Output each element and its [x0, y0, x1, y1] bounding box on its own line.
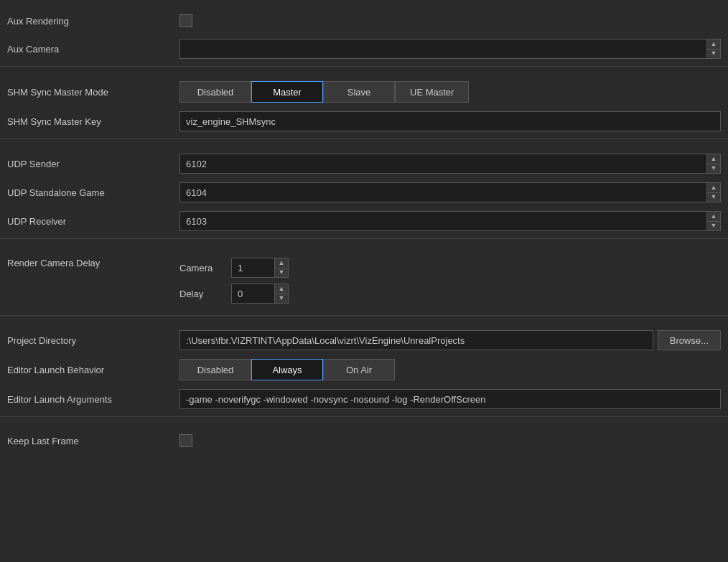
- rcd-delay-down-btn[interactable]: ▼: [275, 294, 288, 304]
- rcd-camera-label: Camera: [179, 263, 223, 273]
- aux-rendering-checkbox[interactable]: [179, 14, 192, 27]
- spacer-3: [0, 242, 728, 249]
- udp-sender-content: ▲ ▼: [179, 154, 721, 174]
- rcd-delay-buttons: ▲ ▼: [274, 284, 288, 303]
- project-dir-content: Browse...: [179, 330, 721, 350]
- shm-mode-content: Disabled Master Slave UE Master: [179, 81, 721, 103]
- rcd-delay-input[interactable]: [232, 284, 274, 303]
- rcd-sub-content: Camera ▲ ▼ Delay ▲: [179, 258, 289, 304]
- udp-sender-down-btn[interactable]: ▼: [707, 164, 720, 174]
- udp-sender-up-btn[interactable]: ▲: [707, 154, 720, 164]
- editor-launch-args-label: Editor Launch Arguments: [7, 394, 179, 405]
- udp-standalone-up-btn[interactable]: ▲: [707, 183, 720, 192]
- aux-camera-value: [180, 39, 706, 58]
- shm-key-label: SHM Sync Master Key: [7, 116, 179, 127]
- shm-mode-disabled-btn[interactable]: Disabled: [179, 81, 251, 103]
- separator-3: [0, 238, 728, 239]
- shm-mode-master-btn[interactable]: Master: [251, 81, 323, 103]
- aux-camera-down-btn[interactable]: ▼: [707, 49, 720, 59]
- udp-receiver-label: UDP Receiver: [7, 216, 179, 227]
- separator-4: [0, 315, 728, 316]
- aux-rendering-label: Aux Rendering: [7, 16, 179, 27]
- rcd-content: Camera ▲ ▼ Delay ▲: [179, 258, 721, 304]
- editor-launch-behavior-row: Editor Launch Behavior Disabled Always O…: [0, 355, 728, 385]
- shm-mode-ue-master-btn[interactable]: UE Master: [395, 81, 469, 103]
- aux-camera-wrapper: ▲ ▼: [179, 39, 721, 59]
- editor-launch-args-content: [179, 389, 721, 409]
- elb-always-btn[interactable]: Always: [251, 359, 323, 380]
- separator-5: [0, 416, 728, 417]
- shm-key-content: [179, 111, 721, 131]
- rcd-camera-input[interactable]: [232, 258, 274, 277]
- aux-camera-content: ▲ ▼: [179, 39, 721, 59]
- spacer-2: [0, 142, 728, 149]
- udp-standalone-row: UDP Standalone Game ▲ ▼: [0, 178, 728, 207]
- shm-mode-label: SHM Sync Master Mode: [7, 87, 179, 98]
- rcd-delay-up-btn[interactable]: ▲: [275, 284, 288, 294]
- shm-mode-slave-btn[interactable]: Slave: [323, 81, 395, 103]
- udp-sender-spinner: ▲ ▼: [179, 154, 721, 174]
- separator-2: [0, 139, 728, 139]
- shm-mode-btn-group: Disabled Master Slave UE Master: [179, 81, 469, 103]
- separator-1: [0, 66, 728, 67]
- spacer-1: [0, 70, 728, 77]
- rcd-camera-down-btn[interactable]: ▼: [275, 268, 288, 278]
- elb-on-air-btn[interactable]: On Air: [323, 359, 395, 380]
- udp-receiver-input[interactable]: [180, 212, 706, 230]
- elb-disabled-btn[interactable]: Disabled: [179, 359, 251, 380]
- shm-mode-row: SHM Sync Master Mode Disabled Master Sla…: [0, 77, 728, 107]
- keep-last-frame-label: Keep Last Frame: [7, 436, 179, 446]
- udp-standalone-label: UDP Standalone Game: [7, 187, 179, 198]
- settings-panel: Aux Rendering Aux Camera ▲ ▼ SHM Sync Ma…: [0, 0, 728, 462]
- project-dir-label: Project Directory: [7, 335, 179, 346]
- shm-key-input[interactable]: [179, 111, 721, 131]
- aux-camera-label: Aux Camera: [7, 44, 179, 55]
- udp-receiver-up-btn[interactable]: ▲: [707, 212, 720, 221]
- udp-standalone-buttons: ▲ ▼: [706, 183, 720, 202]
- udp-sender-label: UDP Sender: [7, 159, 179, 169]
- udp-receiver-down-btn[interactable]: ▼: [707, 221, 720, 231]
- udp-sender-row: UDP Sender ▲ ▼: [0, 149, 728, 178]
- editor-launch-behavior-label: Editor Launch Behavior: [7, 365, 179, 375]
- udp-standalone-input[interactable]: [180, 183, 706, 202]
- rcd-delay-row: Delay ▲ ▼: [179, 284, 289, 304]
- udp-receiver-buttons: ▲ ▼: [706, 212, 720, 230]
- aux-rendering-row: Aux Rendering: [0, 7, 728, 34]
- rcd-delay-label: Delay: [179, 289, 223, 299]
- editor-launch-args-input[interactable]: [179, 389, 721, 409]
- aux-camera-spinner[interactable]: ▲ ▼: [706, 39, 720, 58]
- browse-button[interactable]: Browse...: [658, 330, 721, 350]
- aux-camera-row: Aux Camera ▲ ▼: [0, 34, 728, 63]
- keep-last-frame-row: Keep Last Frame: [0, 427, 728, 454]
- udp-standalone-down-btn[interactable]: ▼: [707, 192, 720, 202]
- rcd-camera-row: Camera ▲ ▼: [179, 258, 289, 278]
- spacer-5: [0, 420, 728, 427]
- rcd-label: Render Camera Delay: [7, 258, 179, 268]
- udp-receiver-row: UDP Receiver ▲ ▼: [0, 207, 728, 235]
- rcd-camera-buttons: ▲ ▼: [274, 258, 288, 277]
- udp-standalone-content: ▲ ▼: [179, 182, 721, 202]
- aux-rendering-content: [179, 14, 721, 27]
- rcd-camera-spinner: ▲ ▼: [231, 258, 289, 278]
- keep-last-frame-content: [179, 434, 721, 447]
- shm-key-row: SHM Sync Master Key: [0, 107, 728, 136]
- udp-sender-buttons: ▲ ▼: [706, 154, 720, 173]
- project-dir-input[interactable]: [179, 330, 653, 350]
- keep-last-frame-checkbox[interactable]: [179, 434, 192, 447]
- editor-launch-behavior-btn-group: Disabled Always On Air: [179, 359, 395, 380]
- udp-receiver-spinner: ▲ ▼: [179, 211, 721, 231]
- spacer-4: [0, 319, 728, 326]
- rcd-delay-spinner: ▲ ▼: [231, 284, 289, 304]
- project-dir-row: Project Directory Browse...: [0, 326, 728, 355]
- rcd-row: Render Camera Delay Camera ▲ ▼ Delay: [0, 249, 728, 312]
- aux-camera-up-btn[interactable]: ▲: [707, 39, 720, 49]
- udp-receiver-content: ▲ ▼: [179, 211, 721, 231]
- editor-launch-behavior-content: Disabled Always On Air: [179, 359, 721, 380]
- editor-launch-args-row: Editor Launch Arguments: [0, 385, 728, 413]
- udp-sender-input[interactable]: [180, 154, 706, 173]
- rcd-camera-up-btn[interactable]: ▲: [275, 258, 288, 268]
- udp-standalone-spinner: ▲ ▼: [179, 182, 721, 202]
